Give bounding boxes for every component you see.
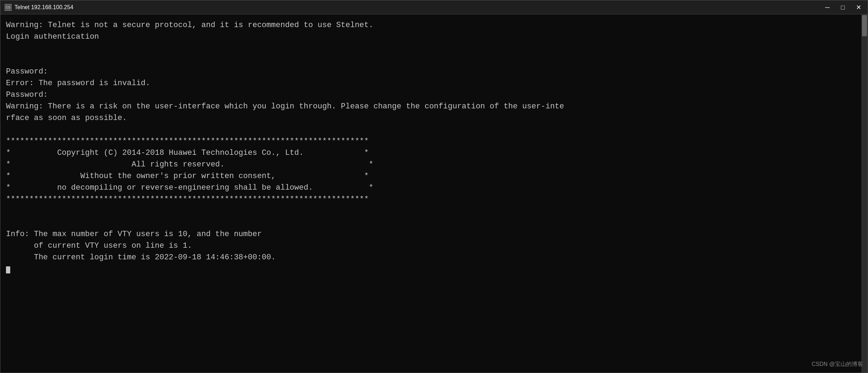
terminal-window: CS Telnet 192.168.100.254 ─ □ ✕ Warning:… xyxy=(0,0,868,373)
title-bar: CS Telnet 192.168.100.254 ─ □ ✕ xyxy=(0,0,868,14)
scrollbar-thumb[interactable] xyxy=(862,15,867,36)
window-title: Telnet 192.168.100.254 xyxy=(14,4,73,11)
title-bar-left: CS Telnet 192.168.100.254 xyxy=(5,4,73,11)
terminal-output[interactable]: Warning: Telnet is not a secure protocol… xyxy=(0,14,861,373)
watermark: CSDN @宝山的博客 xyxy=(812,361,863,368)
cursor xyxy=(6,266,10,273)
close-button[interactable]: ✕ xyxy=(854,4,863,11)
window-icon: CS xyxy=(5,4,12,11)
scrollbar[interactable] xyxy=(861,14,868,373)
minimize-button[interactable]: ─ xyxy=(823,4,832,11)
title-bar-controls: ─ □ ✕ xyxy=(823,4,863,11)
window-icon-text: CS xyxy=(6,5,10,10)
maximize-button[interactable]: □ xyxy=(839,4,847,11)
content-area: Warning: Telnet is not a secure protocol… xyxy=(0,14,868,373)
